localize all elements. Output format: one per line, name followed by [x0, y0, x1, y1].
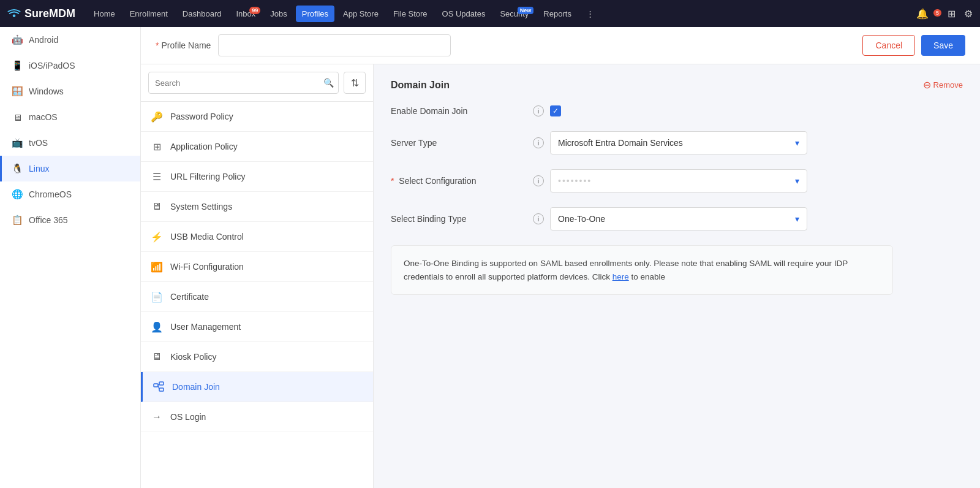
nav-osupdates[interactable]: OS Updates [436, 6, 492, 22]
key-icon: 🔑 [151, 110, 163, 123]
cancel-button[interactable]: Cancel [862, 35, 915, 56]
policy-item-user-mgmt[interactable]: 👤 User Management [141, 312, 373, 342]
macos-icon: 🖥 [12, 112, 23, 123]
usb-icon: ⚡ [151, 231, 163, 243]
enable-domain-join-info-icon[interactable]: i [533, 105, 544, 116]
select-binding-type-controls: i One-To-One ▾ [533, 207, 963, 231]
sidebar-item-android[interactable]: 🤖 Android [0, 27, 140, 53]
search-input[interactable] [148, 72, 339, 94]
inbox-badge: 99 [249, 7, 260, 14]
nav-reports[interactable]: Reports [537, 6, 578, 22]
enable-domain-join-label: Enable Domain Join [391, 106, 526, 116]
select-configuration-row: * Select Configuration i •••••••• ▾ [391, 169, 963, 193]
policy-item-system-settings[interactable]: 🖥 System Settings [141, 192, 373, 222]
ios-icon: 📱 [12, 60, 23, 71]
remove-button[interactable]: ⊖ Remove [923, 79, 963, 91]
server-type-row: Server Type i Microsoft Entra Domain Ser… [391, 131, 963, 154]
server-type-controls: i Microsoft Entra Domain Services ▾ [533, 131, 963, 154]
profile-name-label: *Profile Name [156, 40, 211, 50]
server-type-chevron-icon: ▾ [795, 138, 799, 148]
app-name: SureMDM [24, 7, 75, 20]
sidebar-item-macos[interactable]: 🖥 macOS [0, 104, 140, 130]
policy-item-domain-join[interactable]: Domain Join [141, 372, 373, 402]
nav-home[interactable]: Home [88, 6, 121, 22]
security-badge: New [518, 7, 534, 14]
policy-item-wifi[interactable]: 📶 Wi-Fi Configuration [141, 252, 373, 282]
policy-item-kiosk[interactable]: 🖥 Kiosk Policy [141, 342, 373, 372]
sidebar-item-office365[interactable]: 📋 Office 365 [0, 207, 140, 233]
nav-enrollment[interactable]: Enrollment [124, 6, 174, 22]
here-link[interactable]: here [612, 272, 629, 281]
save-button[interactable]: Save [921, 35, 965, 56]
search-icon[interactable]: 🔍 [323, 78, 334, 88]
nav-jobs[interactable]: Jobs [264, 6, 293, 22]
server-type-info-icon[interactable]: i [533, 137, 544, 148]
profile-name-input[interactable] [218, 34, 451, 56]
nav-inbox[interactable]: Inbox 99 [230, 6, 262, 22]
svg-rect-1 [154, 384, 158, 387]
policy-item-usb[interactable]: ⚡ USB Media Control [141, 222, 373, 252]
wifi-icon: 📶 [151, 261, 163, 273]
select-configuration-chevron-icon: ▾ [795, 176, 799, 186]
sidebar-item-ios[interactable]: 📱 iOS/iPadOS [0, 53, 140, 78]
grid-icon: ⊞ [151, 140, 163, 153]
nav-dashboard[interactable]: Dashboard [176, 6, 228, 22]
svg-line-5 [158, 386, 159, 390]
svg-point-0 [13, 14, 16, 17]
select-binding-type-select[interactable]: One-To-One ▾ [550, 207, 807, 231]
domain-header: Domain Join ⊖ Remove [391, 79, 963, 91]
login-icon: → [151, 411, 163, 423]
topnav: SureMDM Home Enrollment Dashboard Inbox … [0, 0, 980, 27]
android-icon: 🤖 [12, 34, 23, 45]
nav-profiles[interactable]: Profiles [296, 6, 334, 22]
nav-appstore[interactable]: App Store [337, 6, 385, 22]
nav-more[interactable]: ⋮ [580, 6, 600, 22]
server-type-select[interactable]: Microsoft Entra Domain Services ▾ [550, 131, 807, 154]
search-wrapper: 🔍 [148, 72, 339, 94]
enable-domain-join-controls: i ✓ [533, 105, 963, 116]
policy-item-password[interactable]: 🔑 Password Policy [141, 102, 373, 132]
cert-icon: 📄 [151, 291, 163, 303]
profile-actions: Cancel Save [862, 35, 965, 56]
sort-button[interactable]: ⇅ [344, 72, 366, 94]
select-configuration-info-icon[interactable]: i [533, 175, 544, 186]
notification-icon[interactable]: 🔔 5 [916, 8, 939, 20]
main: *Profile Name Cancel Save 🔍 ⇅ [141, 27, 980, 488]
select-binding-type-chevron-icon: ▾ [795, 214, 799, 224]
sidebar-item-windows[interactable]: 🪟 Windows [0, 78, 140, 104]
select-binding-type-info-icon[interactable]: i [533, 213, 544, 224]
sidebar-item-tvos[interactable]: 📺 tvOS [0, 130, 140, 156]
sidebar-item-chromeos[interactable]: 🌐 ChromeOS [0, 181, 140, 207]
list-icon: ☰ [151, 170, 163, 183]
select-configuration-controls: i •••••••• ▾ [533, 169, 963, 193]
notif-count: 5 [933, 9, 941, 17]
enable-domain-join-checkbox[interactable]: ✓ [550, 105, 561, 116]
domain-icon [153, 381, 165, 393]
info-box: One-To-One Binding is supported on SAML … [391, 245, 893, 295]
select-configuration-label: * Select Configuration [391, 176, 526, 186]
windows-icon: 🪟 [12, 86, 23, 97]
policy-item-certificate[interactable]: 📄 Certificate [141, 282, 373, 312]
nav-security[interactable]: Security New [494, 6, 535, 22]
linux-icon: 🐧 [12, 163, 23, 174]
select-binding-type-label: Select Binding Type [391, 214, 526, 224]
policy-item-os-login[interactable]: → OS Login [141, 402, 373, 432]
select-configuration-value: •••••••• [558, 176, 592, 186]
select-configuration-select[interactable]: •••••••• ▾ [550, 169, 807, 193]
select-binding-type-row: Select Binding Type i One-To-One ▾ [391, 207, 963, 231]
kiosk-icon: 🖥 [151, 351, 163, 363]
chromeos-icon: 🌐 [12, 189, 23, 200]
monitor-icon: 🖥 [151, 200, 163, 213]
remove-icon: ⊖ [923, 79, 931, 91]
enable-domain-join-row: Enable Domain Join i ✓ [391, 105, 963, 116]
tvos-icon: 📺 [12, 137, 23, 148]
sidebar-item-linux[interactable]: 🐧 Linux [0, 156, 140, 181]
nav-filestore[interactable]: File Store [387, 6, 434, 22]
svg-rect-2 [159, 382, 164, 385]
policy-item-application[interactable]: ⊞ Application Policy [141, 132, 373, 162]
app-logo[interactable]: SureMDM [7, 7, 75, 20]
settings-icon[interactable]: ⚙ [964, 8, 973, 20]
apps-icon[interactable]: ⊞ [948, 8, 956, 20]
office-icon: 📋 [12, 215, 23, 226]
policy-item-url-filter[interactable]: ☰ URL Filtering Policy [141, 162, 373, 192]
